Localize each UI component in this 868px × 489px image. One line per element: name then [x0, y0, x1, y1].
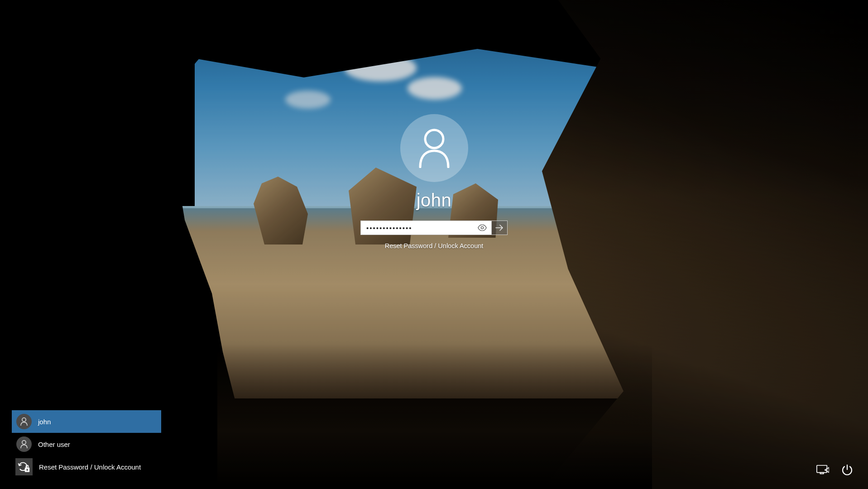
svg-point-0 [425, 130, 443, 148]
svg-point-1 [481, 226, 483, 229]
power-icon [841, 464, 853, 476]
system-buttons [815, 463, 854, 477]
login-panel: john Reset Password / Unlock Account [339, 114, 529, 249]
submit-button[interactable] [492, 221, 508, 235]
reveal-password-button[interactable] [476, 221, 489, 235]
password-input[interactable] [365, 224, 476, 232]
reset-lock-icon [15, 458, 33, 475]
user-icon [417, 128, 452, 168]
user-avatar [400, 114, 468, 182]
eye-icon [478, 225, 487, 231]
account-item-reset-password[interactable]: Reset Password / Unlock Account [12, 455, 161, 478]
account-item-john[interactable]: john [12, 410, 161, 433]
account-label: john [38, 418, 51, 426]
svg-point-2 [22, 418, 26, 422]
user-icon [16, 414, 32, 429]
ease-of-access-button[interactable] [815, 463, 830, 477]
account-item-other-user[interactable]: Other user [12, 433, 161, 455]
ease-of-access-icon [816, 465, 829, 475]
account-label: Reset Password / Unlock Account [39, 463, 141, 471]
arrow-right-icon [495, 225, 504, 231]
svg-point-3 [22, 441, 26, 444]
svg-rect-7 [820, 473, 823, 474]
svg-rect-6 [817, 465, 827, 473]
power-button[interactable] [840, 463, 854, 477]
account-switcher: john Other user Reset Password / Unlock … [12, 410, 161, 478]
user-icon [16, 436, 32, 452]
password-box [360, 221, 492, 235]
account-label: Other user [38, 441, 70, 448]
reset-password-link[interactable]: Reset Password / Unlock Account [385, 242, 484, 249]
username-label: john [417, 190, 452, 211]
password-row [360, 221, 508, 235]
svg-rect-5 [27, 469, 28, 470]
